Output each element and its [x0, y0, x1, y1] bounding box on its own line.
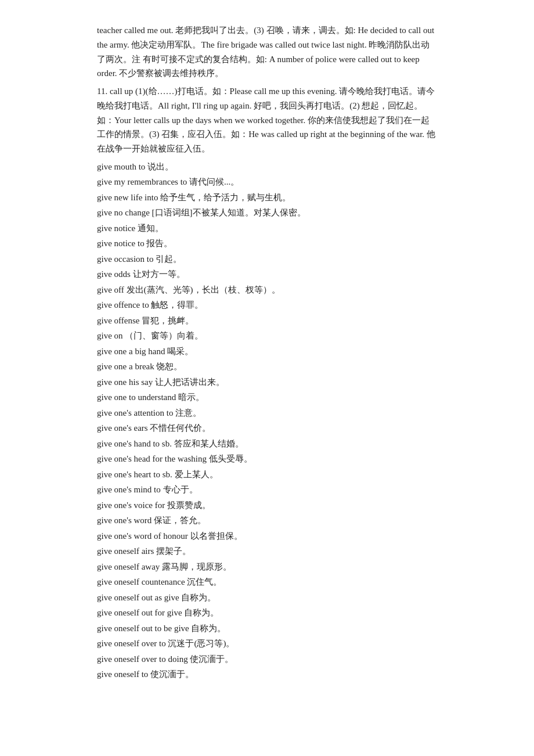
list-item: give one's heart to sb. 爱上某人。 — [97, 467, 437, 483]
list-item: give one's head for the washing 低头受辱。 — [97, 452, 437, 467]
phrase-text: give offense 冒犯，挑衅。 — [97, 316, 194, 325]
phrase-text: give oneself airs 摆架子。 — [97, 546, 191, 556]
list-item: give oneself out for give 自称为。 — [97, 606, 437, 621]
phrase-text: give one's hand to sb. 答应和某人结婚。 — [97, 439, 244, 448]
phrase-text: give my remembrances to 请代问候...。 — [97, 177, 239, 186]
list-item: give one's attention to 注意。 — [97, 406, 437, 421]
list-item: give off 发出(蒸汽、光等)，长出（枝、杈等）。 — [97, 283, 437, 298]
phrase-text: give odds 让对方一等。 — [97, 269, 185, 279]
list-item: give offence to 触怒，得罪。 — [97, 298, 437, 313]
list-item: give oneself over to doing 使沉湎于。 — [97, 652, 437, 667]
phrase-text: give oneself over to 沉迷于(恶习等)。 — [97, 639, 234, 648]
give-offence-to-phrase: give offence to 触怒，得罪。 — [97, 300, 203, 309]
paragraph-callout-text: teacher called me out. 老师把我叫了出去。(3) 召唤，请… — [97, 26, 434, 78]
phrase-text: give oneself away 露马脚，现原形。 — [97, 562, 232, 571]
phrase-text: give one a big hand 喝采。 — [97, 347, 193, 356]
list-item: give my remembrances to 请代问候...。 — [97, 175, 437, 190]
list-item: give one's word of honour 以名誉担保。 — [97, 529, 437, 544]
phrase-text: give one's heart to sb. 爱上某人。 — [97, 470, 218, 479]
phrase-text: give oneself over to doing 使沉湎于。 — [97, 654, 233, 664]
list-item: give one to understand 暗示。 — [97, 390, 437, 405]
list-item: give one's ears 不惜任何代价。 — [97, 421, 437, 436]
phrase-text: give notice 通知。 — [97, 224, 164, 233]
list-item: give oneself away 露马脚，现原形。 — [97, 560, 437, 575]
list-item: give notice to 报告。 — [97, 236, 437, 251]
list-item: give oneself countenance 沉住气。 — [97, 575, 437, 590]
phrase-text: give one's ears 不惜任何代价。 — [97, 423, 211, 433]
list-item: give notice 通知。 — [97, 221, 437, 236]
list-item: give one's word 保证，答允。 — [97, 513, 437, 528]
phrase-text: give one his say 让人把话讲出来。 — [97, 377, 225, 387]
list-item: give no change [口语词组]不被某人知道。对某人保密。 — [97, 206, 437, 221]
list-item: give one a big hand 喝采。 — [97, 344, 437, 359]
list-item: give one's voice for 投票赞成。 — [97, 498, 437, 513]
list-item: give oneself to 使沉湎于。 — [97, 667, 437, 682]
main-content: teacher called me out. 老师把我叫了出去。(3) 召唤，请… — [97, 23, 437, 682]
phrase-text: give off 发出(蒸汽、光等)，长出（枝、杈等）。 — [97, 285, 280, 294]
list-item: give one his say 让人把话讲出来。 — [97, 375, 437, 390]
phrase-text: give new life into 给予生气，给予活力，赋与生机。 — [97, 193, 291, 202]
phrase-text: give one's word 保证，答允。 — [97, 516, 206, 525]
phrase-text: give one's attention to 注意。 — [97, 408, 201, 417]
list-item: give oneself airs 摆架子。 — [97, 544, 437, 559]
phrase-text: give on （门、窗等）向着。 — [97, 331, 203, 340]
list-item: give one's hand to sb. 答应和某人结婚。 — [97, 437, 437, 452]
list-item: give new life into 给予生气，给予活力，赋与生机。 — [97, 190, 437, 206]
list-item: give odds 让对方一等。 — [97, 267, 437, 282]
paragraph-callup: 11. call up (1)(给……)打电话。如：Please call me… — [97, 84, 437, 156]
phrase-text: give mouth to 说出。 — [97, 162, 174, 171]
phrase-text: give one a break 饶恕。 — [97, 362, 182, 371]
phrase-text: give oneself out for give 自称为。 — [97, 608, 219, 617]
paragraph-callup-text: 11. call up (1)(给……)打电话。如：Please call me… — [97, 87, 435, 153]
phrase-text: give one's mind to 专心于。 — [97, 485, 198, 494]
paragraph-callout: teacher called me out. 老师把我叫了出去。(3) 召唤，请… — [97, 23, 437, 81]
phrase-text: give no change [口语词组]不被某人知道。对某人保密。 — [97, 208, 306, 217]
list-item: give oneself over to 沉迷于(恶习等)。 — [97, 636, 437, 651]
phrase-text: give one's head for the washing 低头受辱。 — [97, 454, 252, 463]
phrase-text: give one's word of honour 以名誉担保。 — [97, 531, 243, 541]
list-item: give on （门、窗等）向着。 — [97, 329, 437, 344]
list-item: give one a break 饶恕。 — [97, 359, 437, 375]
phrase-text: give one's voice for 投票赞成。 — [97, 501, 211, 510]
phrase-text: give one to understand 暗示。 — [97, 393, 204, 402]
phrase-text: give oneself countenance 沉住气。 — [97, 577, 222, 586]
list-item: give mouth to 说出。 — [97, 160, 437, 175]
phrase-text: give occasion to 引起。 — [97, 254, 182, 264]
phrase-text: give notice to 报告。 — [97, 239, 172, 248]
list-item: give oneself out to be give 自称为。 — [97, 621, 437, 636]
phrase-text: give oneself to 使沉湎于。 — [97, 669, 194, 679]
list-item: give occasion to 引起。 — [97, 252, 437, 267]
phrase-text: give oneself out as give 自称为。 — [97, 593, 216, 602]
phrase-list: give mouth to 说出。 give my remembrances t… — [97, 160, 437, 682]
list-item: give offense 冒犯，挑衅。 — [97, 314, 437, 329]
list-item: give oneself out as give 自称为。 — [97, 591, 437, 606]
list-item: give one's mind to 专心于。 — [97, 483, 437, 498]
phrase-text: give oneself out to be give 自称为。 — [97, 624, 226, 633]
